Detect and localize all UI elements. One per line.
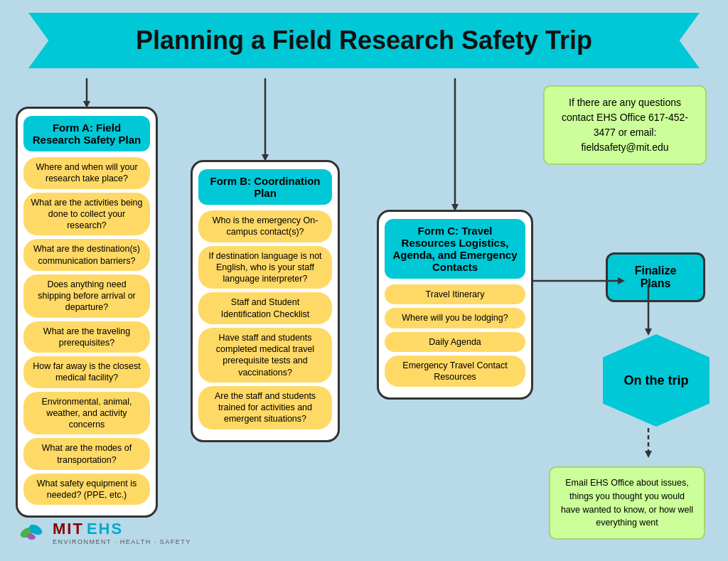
form-a-item-3: What are the destination(s) communicatio…: [23, 239, 150, 271]
finalize-label: Finalize Plans: [635, 265, 677, 289]
form-b-item-1: Who is the emergency On-campus contact(s…: [198, 210, 332, 242]
form-c-header: Form C: Travel Resources Logistics, Agen…: [385, 219, 525, 279]
mit-ehs-icon: [16, 517, 47, 548]
contact-box: If there are any questions contact EHS O…: [543, 85, 707, 165]
form-c-item-2: Where will you be lodging?: [385, 308, 525, 328]
form-a-item-6: How far away is the closest medical faci…: [23, 356, 150, 388]
form-b-header: Form B: Coordination Plan: [198, 169, 332, 205]
logo-mit: MIT: [53, 520, 84, 538]
form-b-box: Form B: Coordination Plan Who is the eme…: [191, 160, 340, 442]
feedback-box: Email EHS Office about issues, things yo…: [549, 466, 705, 540]
form-a-header: Form A: Field Research Safety Plan: [23, 116, 150, 151]
form-a-item-5: What are the traveling prerequisites?: [23, 321, 150, 353]
form-c-box: Form C: Travel Resources Logistics, Agen…: [377, 210, 533, 400]
form-a-item-4: Does anything need shipping before arriv…: [23, 274, 150, 318]
feedback-text: Email EHS Office about issues, things yo…: [561, 478, 693, 528]
logo-area: MIT EHS ENVIRONMENT · HEALTH · SAFETY: [16, 517, 191, 548]
form-b-item-3: Staff and Student Identification Checkli…: [198, 292, 332, 324]
form-c-item-1: Travel Itinerary: [385, 284, 525, 304]
form-a-item-9: What safety equipment is needed? (PPE, e…: [23, 474, 150, 506]
logo-text: MIT EHS ENVIRONMENT · HEALTH · SAFETY: [53, 520, 191, 545]
form-a-item-7: Environmental, animal, weather, and acti…: [23, 392, 150, 435]
form-c-item-3: Daily Agenda: [385, 332, 525, 352]
form-a-item-8: What are the modes of transportation?: [23, 438, 150, 470]
title-banner: Planning a Field Research Safety Trip: [28, 13, 700, 68]
svg-marker-16: [645, 451, 652, 458]
form-b-item-4: Have staff and students completed medica…: [198, 328, 332, 383]
on-trip-label: On the trip: [624, 373, 689, 388]
svg-marker-14: [645, 328, 652, 336]
logo-subtitle: ENVIRONMENT · HEALTH · SAFETY: [53, 538, 191, 545]
main-content: If there are any questions contact EHS O…: [0, 78, 728, 561]
form-b-item-5: Are the staff and students trained for a…: [198, 386, 332, 429]
form-a-item-2: What are the activities being done to co…: [23, 193, 150, 236]
logo-ehs: EHS: [87, 520, 123, 538]
form-c-item-4: Emergency Travel Contact Resources: [385, 356, 525, 388]
contact-text: If there are any questions contact EHS O…: [562, 97, 688, 153]
page-title: Planning a Field Research Safety Trip: [71, 26, 657, 55]
form-a-box: Form A: Field Research Safety Plan Where…: [16, 107, 158, 518]
form-b-item-2: If destination language is not English, …: [198, 246, 332, 289]
finalize-box: Finalize Plans: [606, 252, 705, 302]
on-trip-box: On the trip: [603, 334, 710, 427]
form-a-item-1: Where and when will your research take p…: [23, 157, 150, 189]
